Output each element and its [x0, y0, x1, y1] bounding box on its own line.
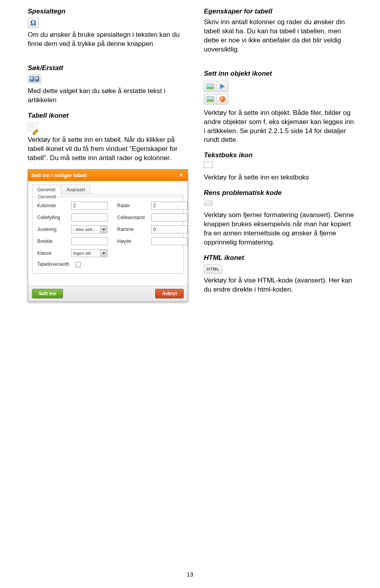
para-spesialtegn: Om du ønsker å bruke spesialtegn i tekst… — [28, 31, 188, 49]
select-justering-value: --ikke sett-- — [73, 227, 95, 233]
binoculars-lens-icon — [35, 76, 39, 82]
para-sok-erstatt: Med dette valget kan du søke å erstatte … — [28, 87, 188, 105]
insert-image-icon[interactable] — [204, 81, 216, 92]
textbox-icon[interactable] — [204, 162, 213, 168]
binoculars-lens-icon — [30, 76, 34, 82]
label-ramme: Ramme — [117, 226, 149, 233]
fieldset-generelt: Generelt Kolonner 2 Rader 2 Cellefylling… — [32, 197, 184, 273]
close-icon[interactable]: × — [177, 172, 184, 179]
heading-egenskaper-tabell: Egenskaper for tabell — [204, 7, 356, 16]
para-tabell-ikonet: Verktøy for å sette inn en tabell. Når d… — [28, 136, 188, 163]
dialog-title-text: Sett inn / rediger tabell — [31, 172, 87, 179]
select-klasse[interactable]: Ingen stil — [71, 249, 108, 257]
para-egenskaper-tabell: Skriv inn antall kolonner og rader du øn… — [204, 18, 356, 54]
insert-object-toolbar — [204, 81, 228, 92]
input-kolonner[interactable]: 2 — [71, 202, 108, 210]
insert-image-icon-2[interactable] — [204, 94, 216, 104]
insert-button[interactable]: Sett inn — [32, 289, 63, 298]
chevron-down-icon — [101, 226, 106, 233]
select-justering[interactable]: --ikke sett-- — [71, 225, 108, 233]
cancel-button[interactable]: Avbryt — [155, 289, 184, 298]
omega-icon[interactable]: Ω — [28, 18, 39, 28]
tab-avansert[interactable]: Avansert — [61, 185, 90, 195]
input-cellefylling[interactable] — [71, 214, 108, 221]
para-sett-inn-objekt: Verktøy for å sette inn objekt. Både fil… — [204, 109, 356, 145]
label-celleavstand: Celleavstand — [117, 214, 149, 221]
html-icon[interactable]: HTML — [204, 265, 222, 274]
label-tabelloverskrift: Tabelloverskrift — [37, 261, 71, 267]
heading-sok-erstatt: Søk/Erstatt — [28, 64, 188, 73]
chevron-down-icon — [101, 250, 106, 256]
select-klasse-value: Ingen stil — [73, 250, 91, 256]
heading-html-ikonet: HTML ikonet — [204, 254, 356, 263]
label-kolonner: Kolonner — [37, 202, 69, 209]
dialog-footer: Sett inn Avbryt — [28, 286, 188, 302]
para-tekstboks: Verktøy for å sette inn en tekstboks — [204, 173, 356, 182]
heading-spesialtegn: Spesialtegn — [28, 7, 188, 16]
insert-object-toolbar-2 — [204, 94, 228, 105]
table-properties-dialog: Sett inn / rediger tabell × Generelt Ava… — [28, 169, 188, 302]
input-rader[interactable]: 2 — [151, 202, 188, 210]
label-cellefylling: Cellefylling — [37, 214, 69, 221]
heading-tekstboks: Tekstboks ikon — [204, 151, 356, 160]
checkbox-tabelloverskrift[interactable] — [75, 262, 81, 267]
label-rader: Rader — [117, 202, 149, 209]
input-hoyde[interactable] — [151, 237, 188, 245]
label-hoyde: Høyde — [117, 238, 149, 244]
eraser-icon[interactable] — [204, 200, 213, 206]
label-bredde: Bredde — [37, 238, 69, 244]
page-number: 13 — [0, 571, 380, 578]
dialog-tabs: Generelt Avansert — [32, 184, 184, 195]
insert-flash-icon[interactable] — [216, 94, 228, 104]
insert-table-icon[interactable] — [28, 122, 37, 131]
heading-rens-kode: Rens problematisk kode — [204, 189, 356, 198]
para-html-ikonet: Verktøy for å vise HTML-kode (avansert).… — [204, 276, 356, 294]
binoculars-icon[interactable] — [28, 74, 41, 83]
label-justering: Justering — [37, 226, 69, 233]
input-ramme[interactable]: 0 — [151, 225, 188, 233]
insert-media-icon[interactable] — [216, 81, 228, 92]
input-bredde[interactable] — [71, 237, 108, 245]
heading-sett-inn-objekt: Sett inn objekt ikonet — [204, 69, 356, 78]
heading-tabell-ikonet: Tabell ikonet — [28, 111, 188, 120]
label-klasse: Klasse — [37, 250, 69, 256]
fieldset-legend: Generelt — [36, 194, 58, 200]
para-rens-kode: Verktøy som fjerner formatering (avanser… — [204, 211, 356, 247]
dialog-titlebar: Sett inn / rediger tabell × — [28, 170, 188, 181]
input-celleavstand[interactable] — [151, 214, 188, 221]
